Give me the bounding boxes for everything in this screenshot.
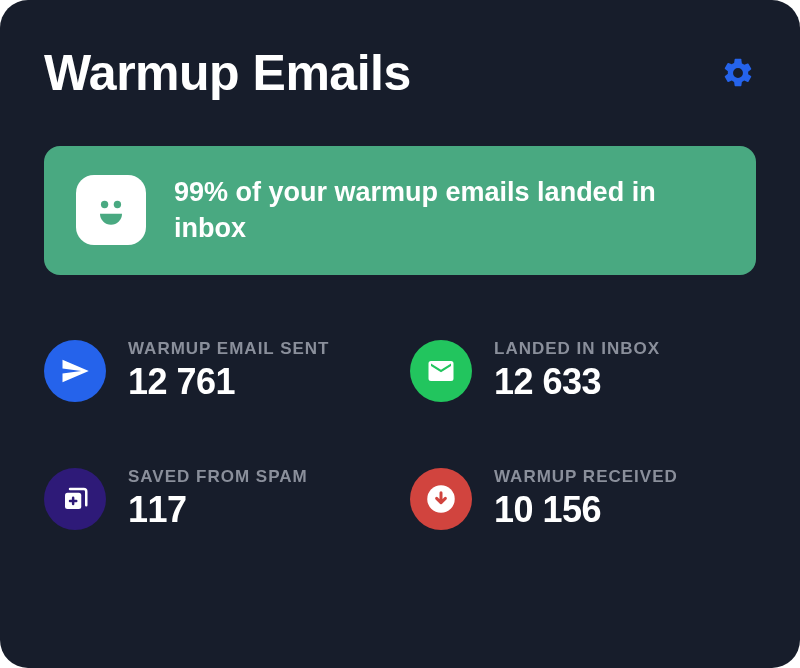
card-title: Warmup Emails bbox=[44, 44, 411, 102]
copy-plus-icon bbox=[44, 468, 106, 530]
gear-icon bbox=[721, 56, 755, 90]
stats-grid: WARMUP EMAIL SENT 12 761 LANDED IN INBOX… bbox=[44, 339, 756, 531]
card-header: Warmup Emails bbox=[44, 44, 756, 102]
stat-value: 117 bbox=[128, 489, 308, 531]
success-banner: 99% of your warmup emails landed in inbo… bbox=[44, 146, 756, 275]
stat-text: WARMUP EMAIL SENT 12 761 bbox=[128, 339, 330, 403]
smiley-icon bbox=[76, 175, 146, 245]
stat-value: 12 633 bbox=[494, 361, 660, 403]
paper-plane-icon bbox=[44, 340, 106, 402]
stat-text: SAVED FROM SPAM 117 bbox=[128, 467, 308, 531]
stat-value: 10 156 bbox=[494, 489, 678, 531]
stat-text: LANDED IN INBOX 12 633 bbox=[494, 339, 660, 403]
stat-label: SAVED FROM SPAM bbox=[128, 467, 308, 487]
banner-text: 99% of your warmup emails landed in inbo… bbox=[174, 174, 724, 247]
warmup-emails-card: Warmup Emails 99% of your warmup emails … bbox=[0, 0, 800, 668]
svg-point-0 bbox=[101, 201, 108, 208]
settings-button[interactable] bbox=[720, 55, 756, 91]
stat-sent: WARMUP EMAIL SENT 12 761 bbox=[44, 339, 390, 403]
stat-label: WARMUP RECEIVED bbox=[494, 467, 678, 487]
envelope-icon bbox=[410, 340, 472, 402]
stat-label: WARMUP EMAIL SENT bbox=[128, 339, 330, 359]
stat-text: WARMUP RECEIVED 10 156 bbox=[494, 467, 678, 531]
stat-value: 12 761 bbox=[128, 361, 330, 403]
stat-landed: LANDED IN INBOX 12 633 bbox=[410, 339, 756, 403]
svg-point-1 bbox=[114, 201, 121, 208]
stat-received: WARMUP RECEIVED 10 156 bbox=[410, 467, 756, 531]
stat-saved: SAVED FROM SPAM 117 bbox=[44, 467, 390, 531]
stat-label: LANDED IN INBOX bbox=[494, 339, 660, 359]
download-circle-icon bbox=[410, 468, 472, 530]
